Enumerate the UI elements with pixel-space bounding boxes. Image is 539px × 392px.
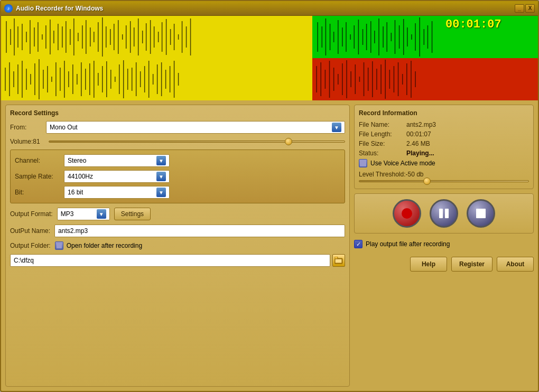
bit-label: Bit: [15, 189, 60, 196]
time-display: 00:01:07 [445, 18, 501, 31]
main-content: Record Settings From: Mono Out ▼ Volume:… [1, 100, 538, 391]
sample-rate-value: 44100Hz [68, 173, 93, 180]
vu-channel-bottom [1, 58, 538, 100]
record-info-title: Record Information [359, 109, 529, 117]
channel-value: Stereo [68, 157, 86, 164]
file-size-key: File Size: [359, 140, 406, 147]
output-format-dropdown-arrow[interactable]: ▼ [97, 209, 106, 219]
svg-rect-284 [57, 243, 62, 248]
vu-bottom-left [1, 58, 312, 100]
audio-settings-box: Channel: Stereo ▼ Sample Rate: 44100Hz ▼… [10, 150, 345, 203]
file-name-key: File Name: [359, 121, 406, 128]
output-folder-label: Output Folder: [10, 242, 51, 249]
output-name-label: OutPut Name: [10, 227, 50, 235]
from-label: From: [10, 124, 42, 131]
file-length-value: 00:01:07 [406, 130, 431, 138]
play-after-row: ✓ Play output file after recording [354, 238, 534, 250]
status-key: Status: [359, 150, 406, 157]
status-row: Status: Playing... [359, 150, 529, 157]
file-name-value: ants2.mp3 [406, 121, 436, 128]
about-button[interactable]: About [497, 257, 534, 272]
channel-row: Channel: Stereo ▼ [15, 154, 340, 167]
app-icon: ♪ [4, 4, 13, 13]
folder-path-row [10, 254, 345, 267]
from-select[interactable]: Mono Out ▼ [46, 121, 345, 134]
settings-button[interactable]: Settings [114, 208, 151, 220]
volume-slider-track[interactable] [49, 141, 345, 143]
record-settings-title: Record Settings [10, 109, 345, 117]
from-value: Mono Out [50, 124, 78, 131]
file-length-row: File Length: 00:01:07 [359, 130, 529, 138]
output-name-row: OutPut Name: [10, 225, 345, 237]
vu-meter-area: 00:01:07 [1, 16, 538, 100]
status-value: Playing... [406, 150, 434, 157]
output-format-select[interactable]: MP3 ▼ [57, 208, 110, 220]
svg-rect-287 [335, 259, 342, 263]
help-button[interactable]: Help [410, 257, 447, 272]
pause-icon [439, 209, 449, 218]
bit-select[interactable]: 16 bit ▼ [64, 186, 170, 199]
minimize-button[interactable]: _ [515, 4, 524, 13]
svg-rect-286 [334, 257, 338, 259]
title-buttons: _ X [515, 4, 535, 13]
volume-row: Volume:81 [10, 138, 345, 145]
folder-path-input[interactable] [10, 254, 330, 267]
vu-top-left [1, 16, 312, 58]
volume-label: Volume:81 [10, 138, 44, 145]
play-after-label: Play output file after recording [366, 240, 450, 248]
open-folder-label: Open folder after recording [67, 242, 142, 249]
vu-bottom-right [312, 58, 538, 100]
output-folder-row: Output Folder: Open folder after recordi… [10, 241, 345, 250]
channel-label: Channel: [15, 157, 60, 164]
vu-channel-top: 00:01:07 [1, 16, 538, 58]
pause-button[interactable] [430, 199, 458, 228]
browse-folder-button[interactable] [332, 254, 345, 267]
output-format-label: Output Format: [10, 210, 53, 218]
file-size-row: File Size: 2.46 MB [359, 140, 529, 147]
output-name-input[interactable] [54, 225, 345, 237]
pause-bar-right [445, 209, 449, 218]
channel-select[interactable]: Stereo ▼ [64, 154, 170, 167]
sample-rate-label: Sample Rate: [15, 173, 60, 180]
file-size-value: 2.46 MB [406, 140, 430, 147]
bit-dropdown-arrow[interactable]: ▼ [156, 188, 166, 197]
stop-button[interactable] [467, 199, 495, 228]
title-bar: ♪ Audio Recorder for Windows _ X [1, 1, 538, 16]
right-panel: Record Information File Name: ants2.mp3 … [354, 105, 534, 387]
file-length-key: File Length: [359, 130, 406, 138]
record-info-box: Record Information File Name: ants2.mp3 … [354, 105, 534, 189]
voice-active-row: Use Voice Active mode [359, 159, 529, 167]
svg-rect-288 [360, 160, 366, 166]
stop-icon [476, 209, 486, 218]
level-threshold-label: Level Threshold:-50 db [359, 171, 529, 178]
sample-rate-row: Sample Rate: 44100Hz ▼ [15, 170, 340, 183]
sample-rate-dropdown-arrow[interactable]: ▼ [156, 172, 166, 181]
record-button[interactable] [393, 199, 421, 228]
voice-active-label: Use Voice Active mode [370, 160, 435, 167]
voice-active-checkbox[interactable] [359, 159, 367, 167]
transport-controls [354, 193, 534, 234]
bit-value: 16 bit [68, 189, 83, 196]
main-window: ♪ Audio Recorder for Windows _ X [0, 0, 539, 392]
bit-row: Bit: 16 bit ▼ [15, 186, 340, 199]
from-row: From: Mono Out ▼ [10, 121, 345, 134]
play-after-checkbox[interactable]: ✓ [354, 240, 363, 248]
channel-dropdown-arrow[interactable]: ▼ [156, 156, 166, 165]
record-dot-icon [402, 208, 412, 219]
register-button[interactable]: Register [451, 257, 492, 272]
window-title: Audio Recorder for Windows [16, 5, 515, 12]
vu-top-right: 00:01:07 [312, 16, 538, 58]
level-threshold-thumb[interactable] [423, 178, 431, 185]
volume-slider-thumb[interactable] [285, 138, 292, 145]
file-name-row: File Name: ants2.mp3 [359, 121, 529, 128]
output-format-value: MP3 [61, 210, 74, 218]
level-threshold-slider[interactable] [359, 180, 529, 182]
open-folder-checkbox[interactable] [55, 241, 63, 250]
pause-bar-left [439, 209, 443, 218]
from-dropdown-arrow[interactable]: ▼ [332, 123, 341, 132]
open-folder-checkbox-row: Open folder after recording [55, 241, 142, 250]
sample-rate-select[interactable]: 44100Hz ▼ [64, 170, 170, 183]
record-settings-panel: Record Settings From: Mono Out ▼ Volume:… [5, 105, 350, 387]
output-format-row: Output Format: MP3 ▼ Settings [10, 208, 345, 220]
close-button[interactable]: X [525, 4, 535, 13]
